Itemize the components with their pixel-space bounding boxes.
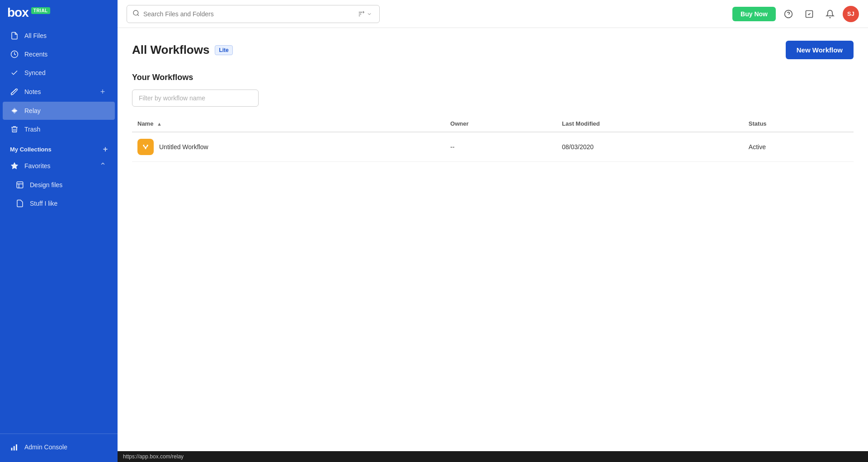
buy-now-button[interactable]: Buy Now bbox=[732, 7, 776, 21]
new-workflow-button[interactable]: New Workflow bbox=[786, 41, 854, 59]
design-files-label: Design files bbox=[30, 181, 108, 189]
favorites-chevron-icon[interactable]: ⌃ bbox=[98, 161, 108, 171]
box-logo: box TRIAL bbox=[7, 6, 50, 19]
collections-add-icon[interactable]: + bbox=[100, 144, 110, 154]
main-area: Buy Now SJ All Workflows Lite New Workfl… bbox=[118, 0, 868, 462]
page-header: All Workflows Lite New Workflow bbox=[132, 41, 854, 59]
page-title: All Workflows bbox=[132, 43, 209, 57]
search-input[interactable] bbox=[143, 10, 352, 18]
notes-add-icon[interactable]: + bbox=[98, 87, 108, 97]
admin-console-label: Admin Console bbox=[24, 443, 108, 451]
stuff-i-like-label: Stuff I like bbox=[30, 200, 108, 207]
trash-icon bbox=[10, 125, 19, 134]
stuff-i-like-icon bbox=[15, 199, 24, 208]
favorites-label: Favorites bbox=[24, 162, 92, 170]
column-status: Status bbox=[743, 116, 854, 132]
admin-console-icon bbox=[10, 443, 19, 452]
all-files-label: All Files bbox=[24, 32, 108, 39]
sidebar-header: box TRIAL bbox=[0, 0, 118, 24]
section-title: Your Workflows bbox=[132, 73, 854, 82]
name-sort-arrow: ▲ bbox=[157, 121, 162, 127]
table-body: Untitled Workflow -- 08/03/2020 Active bbox=[132, 132, 854, 162]
synced-icon bbox=[10, 68, 19, 77]
statusbar: https://app.box.com/relay bbox=[118, 451, 868, 462]
design-files-icon bbox=[15, 180, 24, 189]
search-filter-button[interactable] bbox=[356, 9, 374, 19]
relay-icon bbox=[10, 106, 19, 115]
lite-badge: Lite bbox=[215, 45, 232, 55]
notes-icon bbox=[10, 87, 19, 96]
workflow-icon bbox=[137, 139, 154, 155]
workflow-last-modified: 08/03/2020 bbox=[557, 132, 743, 162]
page-title-row: All Workflows Lite bbox=[132, 43, 233, 57]
help-button[interactable] bbox=[780, 6, 797, 22]
relay-label: Relay bbox=[24, 107, 108, 114]
status-url: https://app.box.com/relay bbox=[123, 453, 184, 460]
recents-label: Recents bbox=[24, 51, 108, 58]
search-icon bbox=[132, 9, 140, 18]
svg-line-21 bbox=[146, 146, 147, 147]
workflows-table: Name ▲ Owner Last Modified Status bbox=[132, 116, 854, 162]
workflow-filter-input[interactable] bbox=[132, 90, 259, 107]
workflow-name-text: Untitled Workflow bbox=[159, 143, 208, 151]
workflow-owner: -- bbox=[445, 132, 557, 162]
workflow-status: Active bbox=[743, 132, 854, 162]
trial-badge: TRIAL bbox=[31, 7, 50, 14]
notifications-button[interactable] bbox=[822, 6, 838, 22]
checklist-button[interactable] bbox=[801, 6, 817, 22]
search-box[interactable] bbox=[127, 5, 380, 23]
sidebar-bottom: Admin Console bbox=[0, 434, 118, 462]
sidebar-item-recents[interactable]: Recents bbox=[3, 45, 115, 63]
sidebar-item-relay[interactable]: Relay bbox=[3, 102, 115, 120]
sidebar-nav: All Files Recents Synced Notes + bbox=[0, 24, 118, 434]
user-avatar[interactable]: SJ bbox=[843, 6, 859, 22]
topbar: Buy Now SJ bbox=[118, 0, 868, 28]
svg-point-9 bbox=[133, 10, 138, 15]
sidebar-item-all-files[interactable]: All Files bbox=[3, 27, 115, 45]
sidebar-item-design-files[interactable]: Design files bbox=[3, 176, 115, 194]
all-files-icon bbox=[10, 31, 19, 40]
svg-rect-7 bbox=[14, 446, 15, 451]
column-name[interactable]: Name ▲ bbox=[132, 116, 445, 132]
svg-line-20 bbox=[144, 146, 146, 147]
column-last-modified: Last Modified bbox=[557, 116, 743, 132]
column-owner: Owner bbox=[445, 116, 557, 132]
sidebar: box TRIAL All Files Recents Synced bbox=[0, 0, 118, 462]
sidebar-item-stuff-i-like[interactable]: Stuff I like bbox=[3, 194, 115, 212]
my-collections-section: My Collections + bbox=[0, 139, 118, 156]
table-header: Name ▲ Owner Last Modified Status bbox=[132, 116, 854, 132]
notes-label: Notes bbox=[24, 88, 92, 95]
topbar-right: Buy Now SJ bbox=[732, 6, 859, 22]
svg-rect-8 bbox=[16, 444, 17, 451]
svg-line-10 bbox=[137, 14, 139, 16]
page-content: All Workflows Lite New Workflow Your Wor… bbox=[118, 28, 868, 451]
workflow-name-cell: Untitled Workflow bbox=[132, 132, 445, 162]
synced-label: Synced bbox=[24, 69, 108, 76]
recents-icon bbox=[10, 50, 19, 59]
sidebar-item-notes[interactable]: Notes + bbox=[3, 82, 115, 101]
sidebar-item-trash[interactable]: Trash bbox=[3, 120, 115, 138]
svg-rect-6 bbox=[11, 448, 13, 451]
table-row[interactable]: Untitled Workflow -- 08/03/2020 Active bbox=[132, 132, 854, 162]
svg-point-18 bbox=[147, 145, 148, 146]
svg-point-19 bbox=[145, 148, 146, 149]
favorites-icon bbox=[10, 161, 19, 170]
sidebar-item-admin-console[interactable]: Admin Console bbox=[3, 438, 115, 456]
svg-rect-3 bbox=[17, 182, 23, 188]
box-logo-text: box bbox=[7, 6, 28, 19]
sidebar-item-synced[interactable]: Synced bbox=[3, 64, 115, 82]
sidebar-item-favorites[interactable]: Favorites ⌃ bbox=[3, 156, 115, 175]
my-collections-label: My Collections bbox=[10, 146, 52, 153]
svg-point-17 bbox=[143, 145, 144, 146]
trash-label: Trash bbox=[24, 126, 108, 133]
svg-marker-2 bbox=[11, 163, 18, 169]
